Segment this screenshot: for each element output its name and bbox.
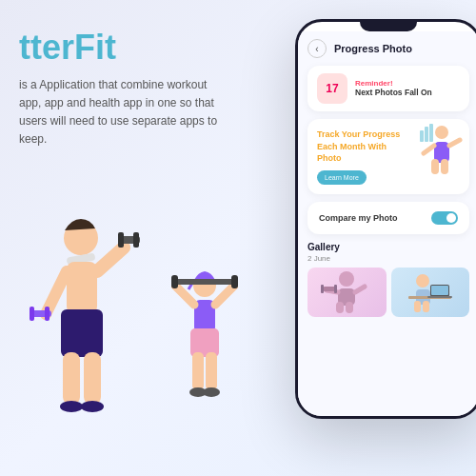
svg-point-29 (435, 126, 448, 139)
svg-line-25 (215, 286, 234, 305)
svg-rect-40 (336, 302, 344, 313)
track-title: Track Your Progress Each Month With Phot… (317, 129, 403, 165)
svg-rect-14 (30, 307, 34, 321)
compare-card: Compare my Photo (307, 202, 469, 234)
phone-screen: ‹ Progress Photo 17 Reminder! Next Photo… (298, 31, 476, 416)
svg-rect-53 (431, 286, 448, 295)
svg-rect-26 (171, 279, 238, 285)
svg-rect-50 (423, 301, 429, 312)
gallery-grid (307, 268, 469, 317)
svg-rect-21 (206, 352, 217, 390)
svg-line-8 (97, 248, 124, 271)
gallery-item-2[interactable] (391, 268, 470, 317)
svg-rect-44 (321, 285, 324, 293)
brand-description: is a Application that combine workout ap… (19, 76, 228, 149)
gallery-section: Gallery 2 June (307, 242, 469, 317)
svg-rect-43 (323, 287, 336, 291)
svg-rect-4 (63, 352, 80, 405)
gallery-item-1[interactable] (307, 268, 387, 317)
svg-point-6 (60, 401, 83, 412)
track-card: Track Your Progress Each Month With Phot… (307, 119, 469, 194)
svg-rect-36 (425, 127, 428, 142)
svg-rect-28 (231, 275, 238, 288)
svg-rect-10 (118, 232, 124, 248)
phone-header: ‹ Progress Photo (307, 39, 469, 58)
screen-title: Progress Photo (334, 43, 412, 54)
svg-rect-20 (192, 352, 204, 390)
person-big-illustration (19, 209, 143, 438)
compare-toggle[interactable] (431, 211, 458, 225)
illustration-area (0, 200, 248, 466)
brand-title: tterFit (19, 29, 228, 67)
reminder-content: Reminder! Next Photos Fall On (355, 79, 432, 99)
back-button[interactable]: ‹ (307, 39, 327, 58)
svg-point-47 (416, 274, 429, 288)
compare-text: Compare my Photo (319, 213, 398, 223)
svg-rect-32 (441, 159, 448, 174)
gallery-date: 2 June (307, 254, 469, 263)
svg-point-23 (203, 387, 220, 397)
learn-more-button[interactable]: Learn More (317, 170, 367, 185)
svg-rect-49 (414, 301, 421, 312)
svg-line-24 (175, 286, 194, 305)
track-figure (418, 123, 466, 175)
gallery-title: Gallery (307, 242, 469, 252)
svg-rect-19 (190, 328, 219, 357)
svg-rect-5 (84, 352, 101, 405)
svg-rect-41 (346, 302, 353, 313)
svg-rect-3 (61, 309, 103, 357)
svg-rect-37 (429, 124, 433, 142)
svg-rect-35 (420, 130, 424, 142)
person-small-illustration (171, 267, 238, 438)
svg-rect-15 (45, 307, 50, 321)
svg-rect-45 (334, 285, 337, 293)
svg-point-7 (81, 401, 104, 412)
reminder-card: 17 Reminder! Next Photos Fall On (307, 66, 469, 111)
svg-point-38 (339, 271, 354, 287)
phone-shell: ‹ Progress Photo 17 Reminder! Next Photo… (295, 19, 476, 419)
svg-rect-11 (133, 232, 139, 248)
svg-rect-27 (171, 275, 178, 288)
phone-mockup: ‹ Progress Photo 17 Reminder! Next Photo… (295, 19, 476, 457)
reminder-text: Next Photos Fall On (355, 88, 432, 99)
svg-rect-54 (427, 296, 452, 298)
reminder-label: Reminder! (355, 79, 432, 88)
reminder-icon: 17 (317, 73, 347, 104)
svg-line-34 (449, 140, 460, 146)
svg-line-33 (424, 146, 434, 153)
svg-line-46 (355, 287, 365, 292)
phone-notch (360, 22, 417, 31)
svg-rect-31 (431, 159, 439, 174)
